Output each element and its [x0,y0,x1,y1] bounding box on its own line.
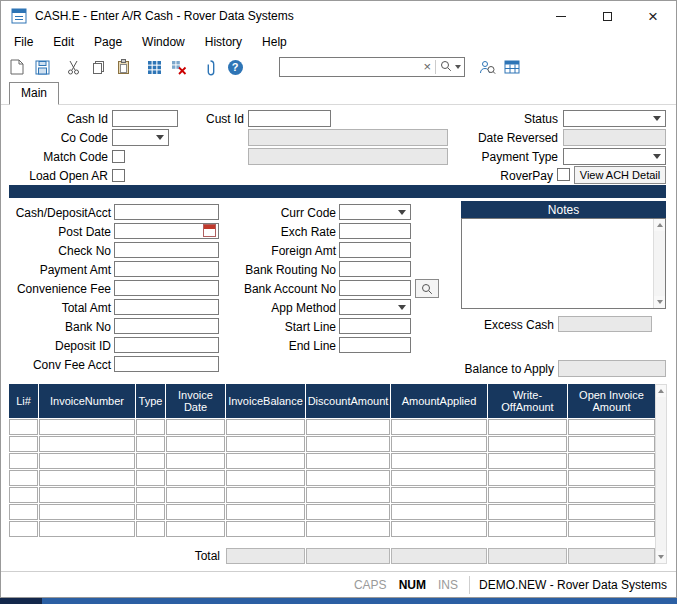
curr-code-select[interactable] [339,204,411,220]
invoice-cell[interactable] [9,487,38,503]
invoice-cell[interactable] [306,521,390,537]
invoice-cell[interactable] [39,436,135,452]
help-icon[interactable] [226,58,244,76]
close-button[interactable] [630,1,676,31]
column-header[interactable]: AmountApplied [391,384,487,418]
copy-icon[interactable] [89,58,107,76]
cut-icon[interactable] [64,58,82,76]
column-header[interactable]: Write-OffAmount [488,384,567,418]
column-header[interactable]: DiscountAmount [306,384,390,418]
co-code-select[interactable] [112,129,169,146]
invoice-cell[interactable] [306,419,390,435]
paste-icon[interactable] [114,58,132,76]
invoice-cell[interactable] [306,453,390,469]
conv-fee-acct-input[interactable] [114,356,219,372]
invoice-cell[interactable] [136,453,165,469]
invoice-cell[interactable] [166,504,225,520]
invoice-cell[interactable] [39,419,135,435]
invoice-cell[interactable] [166,470,225,486]
scroll-down-icon[interactable] [654,296,665,308]
view-ach-detail-button[interactable]: View ACH Detail [574,166,666,184]
cust-id-input[interactable] [248,110,331,127]
invoice-cell[interactable] [568,487,655,503]
start-line-input[interactable] [339,318,411,334]
invoice-cell[interactable] [488,521,567,537]
invoice-cell[interactable] [226,487,305,503]
invoice-cell[interactable] [226,504,305,520]
grid-view-icon[interactable] [145,58,163,76]
invoice-cell[interactable] [391,453,487,469]
deposit-id-input[interactable] [114,337,219,353]
payment-amt-input[interactable] [114,261,219,277]
invoice-cell[interactable] [9,453,38,469]
scroll-up-icon[interactable] [654,219,665,231]
invoice-cell[interactable] [226,436,305,452]
invoice-cell[interactable] [136,436,165,452]
foreign-amt-input[interactable] [339,242,411,258]
invoice-cell[interactable] [166,487,225,503]
invoice-cell[interactable] [488,504,567,520]
column-header[interactable]: InvoiceBalance [226,384,305,418]
attachment-icon[interactable] [201,58,219,76]
load-open-ar-checkbox[interactable] [112,169,125,182]
invoice-cell[interactable] [391,504,487,520]
invoice-cell[interactable] [39,470,135,486]
column-header[interactable]: Li# [9,384,38,418]
invoice-cell[interactable] [9,436,38,452]
exch-rate-input[interactable] [339,223,411,239]
scroll-down-icon[interactable] [656,551,666,563]
invoice-cell[interactable] [9,419,38,435]
invoice-cell[interactable] [391,521,487,537]
invoice-cell[interactable] [166,453,225,469]
menu-page[interactable]: Page [84,31,132,53]
invoice-cell[interactable] [568,521,655,537]
invoice-cell[interactable] [136,487,165,503]
invoice-cell[interactable] [9,504,38,520]
invoice-cell[interactable] [568,504,655,520]
menu-file[interactable]: File [4,31,43,53]
search-input[interactable] [283,60,423,74]
cash-deposit-acct-input[interactable] [114,204,219,220]
menu-window[interactable]: Window [132,31,195,53]
clear-search-icon[interactable] [423,60,431,74]
invoice-cell[interactable] [306,470,390,486]
invoice-cell[interactable] [136,521,165,537]
menu-edit[interactable]: Edit [43,31,84,53]
convenience-fee-input[interactable] [114,280,219,296]
invoice-cell[interactable] [136,419,165,435]
bank-account-lookup-button[interactable] [415,279,439,298]
maximize-button[interactable] [584,1,630,31]
invoice-cell[interactable] [488,487,567,503]
invoice-cell[interactable] [166,419,225,435]
invoice-cell[interactable] [391,470,487,486]
tab-main[interactable]: Main [9,82,59,105]
payment-type-select[interactable] [563,148,666,165]
bank-account-no-input[interactable] [339,280,411,296]
match-code-checkbox[interactable] [112,150,125,163]
table-scrollbar[interactable] [655,384,667,564]
invoice-cell[interactable] [39,487,135,503]
browse-table-icon[interactable] [503,58,521,76]
check-no-input[interactable] [114,242,219,258]
record-lookup-icon[interactable] [478,58,496,76]
invoice-cell[interactable] [136,470,165,486]
invoice-cell[interactable] [488,419,567,435]
invoice-cell[interactable] [568,436,655,452]
invoice-cell[interactable] [391,436,487,452]
invoice-cell[interactable] [306,436,390,452]
status-select[interactable] [563,110,666,127]
notes-scrollbar[interactable] [653,219,665,308]
save-icon[interactable] [33,58,51,76]
invoice-cell[interactable] [488,453,567,469]
column-header[interactable]: Open Invoice Amount [568,384,655,418]
invoice-cell[interactable] [226,470,305,486]
invoice-cell[interactable] [306,504,390,520]
column-header[interactable]: Type [136,384,165,418]
search-options-icon[interactable] [455,65,461,69]
invoice-cell[interactable] [39,521,135,537]
invoice-cell[interactable] [226,453,305,469]
invoice-cell[interactable] [39,453,135,469]
search-icon[interactable] [440,60,452,75]
minimize-button[interactable] [538,1,584,31]
menu-history[interactable]: History [195,31,252,53]
